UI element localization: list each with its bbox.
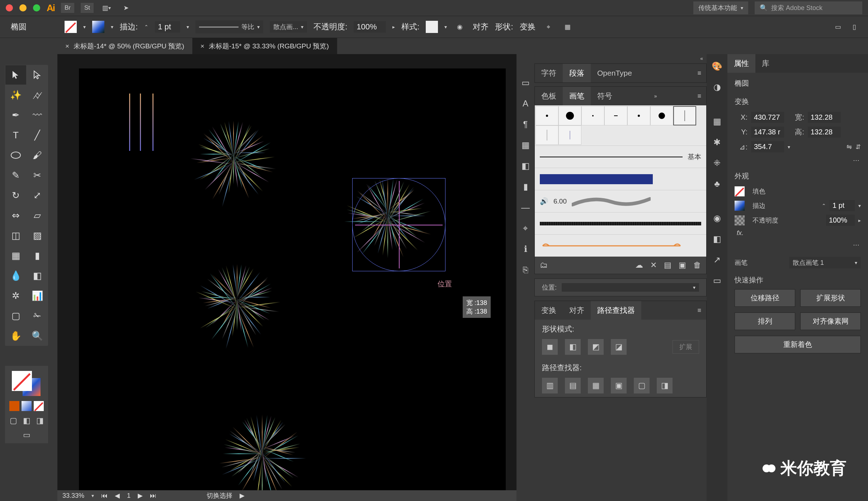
expand-button[interactable]: 扩展 bbox=[673, 340, 699, 354]
transform-link[interactable]: 变换 bbox=[520, 22, 536, 32]
fill-swatch[interactable] bbox=[65, 21, 77, 33]
align-link[interactable]: 对齐 bbox=[473, 22, 489, 32]
fill-color-swatch[interactable] bbox=[12, 371, 32, 391]
artboard-tool[interactable]: ▢ bbox=[5, 306, 26, 325]
fill-stroke-swatch[interactable] bbox=[10, 369, 43, 398]
brush-def-select[interactable]: 散点画... ▾ bbox=[270, 21, 307, 33]
style-dropdown[interactable]: ▾ bbox=[444, 24, 447, 30]
opacity-input[interactable] bbox=[826, 215, 855, 226]
free-transform-tool[interactable]: ▱ bbox=[27, 206, 48, 225]
mesh-tool[interactable]: ▦ bbox=[5, 246, 26, 265]
scale-tool[interactable]: ⤢ bbox=[27, 186, 48, 205]
tab-libraries[interactable]: 库 bbox=[755, 54, 776, 73]
pf-exclude-icon[interactable]: ◪ bbox=[611, 339, 627, 355]
stock-tile[interactable]: St bbox=[81, 3, 94, 13]
close-icon[interactable]: × bbox=[65, 42, 69, 50]
nav-first-icon[interactable]: ⏮ bbox=[101, 492, 108, 500]
stroke-step-icon[interactable]: ⌃ bbox=[144, 24, 148, 30]
flip-v-icon[interactable]: ⇵ bbox=[855, 143, 861, 151]
offset-path-button[interactable]: 位移路径 bbox=[735, 289, 795, 307]
stroke-swatch-dropdown[interactable]: ▾ bbox=[111, 24, 113, 30]
brush-options-icon[interactable]: ▤ bbox=[664, 261, 671, 270]
brush-row-art1[interactable] bbox=[535, 212, 706, 234]
brush-swatch[interactable] bbox=[604, 106, 627, 125]
magic-wand-tool[interactable]: ✨ bbox=[5, 85, 26, 105]
libraries-icon[interactable]: ☁ bbox=[635, 261, 643, 270]
panel-menu-icon[interactable]: ≡ bbox=[692, 307, 706, 314]
panel-menu-icon[interactable]: ≡ bbox=[692, 92, 706, 100]
paintbrush-tool[interactable]: 🖌 bbox=[27, 145, 48, 165]
panel-toggle-b-icon[interactable]: ▯ bbox=[848, 20, 861, 33]
panel-menu-icon[interactable]: ≡ bbox=[692, 70, 706, 77]
perspective-tool[interactable]: ▨ bbox=[27, 226, 48, 245]
color-guide-icon[interactable]: ◑ bbox=[710, 80, 724, 94]
shape-link[interactable]: 形状: bbox=[495, 22, 513, 32]
stroke-dropdown[interactable]: ▾ bbox=[858, 203, 861, 209]
screen-mode-icon[interactable]: ▭ bbox=[23, 430, 30, 440]
type-tool[interactable]: T bbox=[5, 125, 26, 145]
tab-swatches[interactable]: 色板 bbox=[535, 87, 563, 105]
brush-swatch[interactable] bbox=[536, 106, 558, 125]
brush-swatch[interactable] bbox=[581, 106, 604, 125]
brush-swatch[interactable] bbox=[650, 106, 673, 125]
none-mode-swatch[interactable] bbox=[34, 401, 44, 411]
doc-tab-1[interactable]: × 未标题-14* @ 50% (RGB/GPU 预览) bbox=[57, 38, 193, 54]
puppet-icon[interactable]: ✱ bbox=[710, 135, 724, 149]
recolor-icon[interactable]: ◉ bbox=[453, 20, 466, 33]
chevron-down-icon[interactable]: ▾ bbox=[91, 493, 94, 498]
draw-behind-icon[interactable]: ◧ bbox=[23, 416, 30, 425]
opacity-input[interactable] bbox=[354, 21, 386, 33]
stroke-stepper[interactable]: ⌃ bbox=[822, 203, 826, 209]
status-next-icon[interactable]: ▶ bbox=[240, 492, 245, 500]
opacity-dropdown[interactable]: ▸ bbox=[858, 218, 861, 223]
fx-label[interactable]: fx. bbox=[737, 229, 744, 237]
tab-brushes[interactable]: 画笔 bbox=[563, 87, 591, 105]
remove-stroke-icon[interactable]: ✕ bbox=[650, 261, 657, 270]
essentials-icon[interactable]: ▦ bbox=[710, 114, 724, 129]
artboards-panel-icon[interactable]: ▭ bbox=[710, 273, 724, 288]
brush-swatch[interactable] bbox=[558, 106, 581, 125]
brush-row-pattern[interactable] bbox=[535, 168, 706, 190]
nav-next-icon[interactable]: ▶ bbox=[138, 492, 143, 500]
pf-minus-icon[interactable]: ◧ bbox=[565, 339, 581, 355]
x-input[interactable] bbox=[751, 112, 784, 123]
arrange-button[interactable]: 排列 bbox=[735, 312, 795, 330]
brush-lib-icon[interactable]: 🗂 bbox=[540, 261, 548, 270]
symbols-icon[interactable]: ♣ bbox=[710, 177, 724, 191]
brush-row-basic[interactable]: 基本 bbox=[535, 145, 706, 168]
position-select[interactable]: ▾ bbox=[562, 283, 699, 292]
stroke-input[interactable] bbox=[830, 200, 855, 211]
h-input[interactable] bbox=[808, 127, 841, 138]
color-panel-icon[interactable]: 🎨 bbox=[710, 59, 724, 73]
eraser-tool[interactable]: ✂ bbox=[27, 166, 48, 185]
width-tool[interactable]: ⇔ bbox=[5, 206, 26, 225]
flip-h-icon[interactable]: ⇋ bbox=[846, 143, 852, 151]
new-brush-icon[interactable]: ▣ bbox=[679, 261, 686, 270]
macos-max[interactable] bbox=[33, 4, 40, 11]
line-tool[interactable]: ╱ bbox=[27, 125, 48, 145]
expand-icon[interactable]: » bbox=[651, 93, 661, 99]
collapse-icon[interactable]: « bbox=[700, 56, 703, 62]
grid8-icon[interactable]: ⁜ bbox=[710, 156, 724, 170]
shaper-tool[interactable]: ✎ bbox=[5, 166, 26, 185]
column-graph-tool[interactable]: 📊 bbox=[27, 286, 48, 305]
pen-tool[interactable]: ✒ bbox=[5, 105, 26, 125]
color-mode-swatch[interactable] bbox=[9, 401, 19, 411]
align-pixel-button[interactable]: 对齐像素网 bbox=[800, 312, 861, 330]
collapsed-panel-icon[interactable]: ▮ bbox=[518, 180, 533, 194]
collapsed-panel-icon[interactable]: ▭ bbox=[518, 76, 533, 90]
tab-pathfinder[interactable]: 路径查找器 bbox=[591, 301, 641, 320]
angle-dropdown[interactable]: ▾ bbox=[788, 144, 790, 150]
tab-transform[interactable]: 变换 bbox=[535, 301, 563, 320]
collapsed-panel-icon[interactable]: ¶ bbox=[518, 117, 533, 132]
collapsed-panel-icon[interactable]: ⌖ bbox=[518, 221, 533, 235]
pf-divide-icon[interactable]: ▥ bbox=[542, 378, 558, 393]
profile-select[interactable]: 等比 ▾ bbox=[195, 20, 263, 33]
recolor-button[interactable]: 重新着色 bbox=[735, 336, 861, 353]
more-options-icon[interactable]: ⋯ bbox=[853, 241, 859, 248]
curvature-tool[interactable]: 〰 bbox=[27, 105, 48, 125]
stroke-swatch[interactable] bbox=[735, 201, 745, 211]
layers-panel-icon[interactable]: ◧ bbox=[710, 232, 724, 246]
pf-minusback-icon[interactable]: ◨ bbox=[657, 378, 673, 393]
more-options-icon[interactable]: ⋯ bbox=[853, 157, 859, 164]
